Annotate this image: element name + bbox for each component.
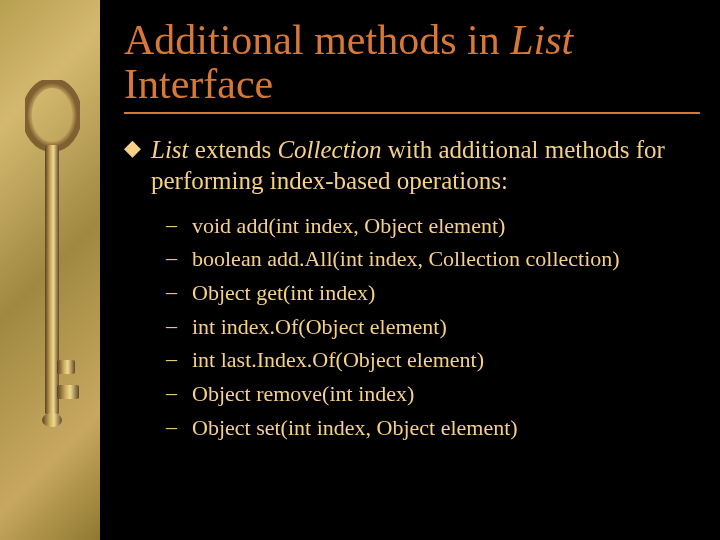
dash-icon: –: [166, 312, 192, 341]
dash-icon: –: [166, 413, 192, 442]
sub-text: int index.Of(Object element): [192, 312, 447, 342]
key-icon: [25, 80, 80, 460]
bullet-seg2: extends: [189, 136, 278, 163]
svg-rect-2: [57, 360, 75, 374]
sub-text: void add(int index, Object element): [192, 211, 505, 241]
sub-text: boolean add.All(int index, Collection co…: [192, 244, 620, 274]
list-item: – int last.Index.Of(Object element): [166, 345, 700, 375]
sub-list: – void add(int index, Object element) – …: [166, 211, 700, 443]
sidebar-decoration: [0, 0, 100, 540]
svg-point-4: [42, 413, 62, 427]
list-item: – Object set(int index, Object element): [166, 413, 700, 443]
dash-icon: –: [166, 211, 192, 240]
title-underline: [124, 112, 700, 114]
title-text-1: Additional methods in: [124, 17, 510, 63]
list-item: – Object get(int index): [166, 278, 700, 308]
sub-text: Object get(int index): [192, 278, 375, 308]
slide-body: ◆ List extends Collection with additiona…: [124, 134, 700, 442]
sub-text: Object set(int index, Object element): [192, 413, 518, 443]
dash-icon: –: [166, 244, 192, 273]
dash-icon: –: [166, 278, 192, 307]
dash-icon: –: [166, 379, 192, 408]
main-bullet-text: List extends Collection with additional …: [151, 134, 700, 197]
list-item: – Object remove(int index): [166, 379, 700, 409]
main-bullet: ◆ List extends Collection with additiona…: [124, 134, 700, 197]
svg-point-0: [27, 83, 77, 147]
svg-rect-3: [57, 385, 79, 399]
list-item: – boolean add.All(int index, Collection …: [166, 244, 700, 274]
bullet-seg3: Collection: [277, 136, 381, 163]
sub-text: int last.Index.Of(Object element): [192, 345, 484, 375]
title-text-2: Interface: [124, 61, 273, 107]
list-item: – void add(int index, Object element): [166, 211, 700, 241]
slide-title: Additional methods in List Interface: [124, 18, 700, 106]
title-text-italic: List: [510, 17, 573, 63]
svg-rect-1: [45, 145, 59, 415]
bullet-icon: ◆: [124, 134, 141, 163]
sub-text: Object remove(int index): [192, 379, 414, 409]
slide-content: Additional methods in List Interface ◆ L…: [100, 0, 720, 540]
bullet-seg1: List: [151, 136, 189, 163]
dash-icon: –: [166, 345, 192, 374]
list-item: – int index.Of(Object element): [166, 312, 700, 342]
